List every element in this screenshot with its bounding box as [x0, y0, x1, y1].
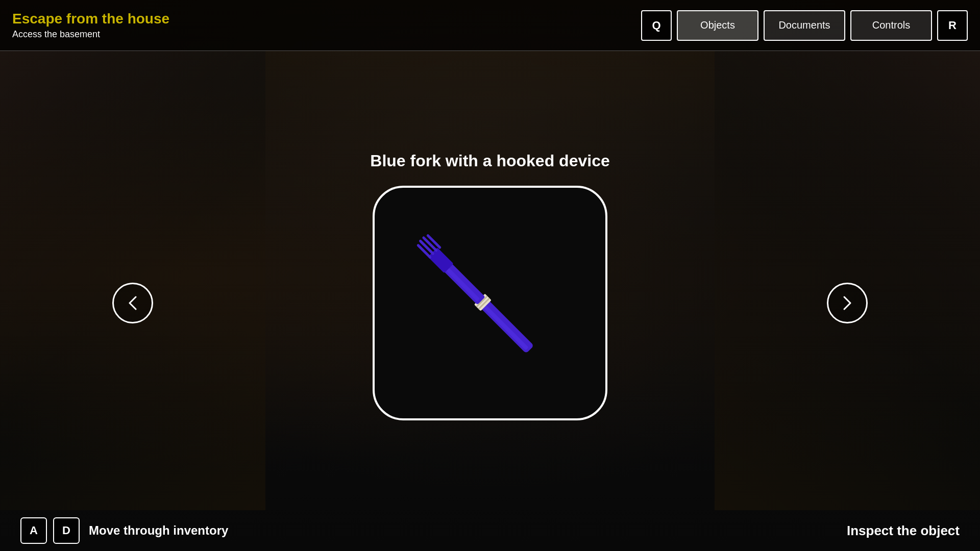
key-r-button[interactable]: R — [937, 10, 968, 41]
chevron-left-icon — [124, 294, 142, 312]
game-title: Escape from the house — [12, 11, 169, 27]
nav-documents-button[interactable]: Documents — [764, 10, 845, 41]
svg-rect-1 — [482, 304, 529, 350]
key-d-badge[interactable]: D — [53, 517, 80, 544]
footer: A D Move through inventory Inspect the o… — [0, 510, 980, 551]
nav-next-button[interactable] — [827, 283, 868, 323]
svg-rect-6 — [446, 268, 480, 302]
nav-previous-button[interactable] — [112, 283, 153, 323]
nav-objects-button[interactable]: Objects — [677, 10, 758, 41]
title-block: Escape from the house Access the basemen… — [12, 11, 169, 40]
game-subtitle: Access the basement — [12, 29, 169, 40]
header-controls: Q Objects Documents Controls R — [641, 10, 968, 41]
fork-image — [408, 206, 572, 400]
nav-controls-button[interactable]: Controls — [850, 10, 932, 41]
object-frame — [373, 186, 607, 420]
footer-right: Inspect the object — [847, 523, 960, 539]
header: Escape from the house Access the basemen… — [0, 0, 980, 51]
inspect-hint-text: Inspect the object — [847, 523, 960, 539]
chevron-right-icon — [838, 294, 856, 312]
key-a-badge[interactable]: A — [20, 517, 47, 544]
object-title: Blue fork with a hooked device — [370, 152, 609, 170]
object-display-container — [0, 186, 980, 420]
main-content: Blue fork with a hooked device — [0, 51, 980, 510]
footer-left: A D Move through inventory — [20, 517, 228, 544]
key-q-button[interactable]: Q — [641, 10, 672, 41]
move-hint-text: Move through inventory — [89, 523, 228, 538]
